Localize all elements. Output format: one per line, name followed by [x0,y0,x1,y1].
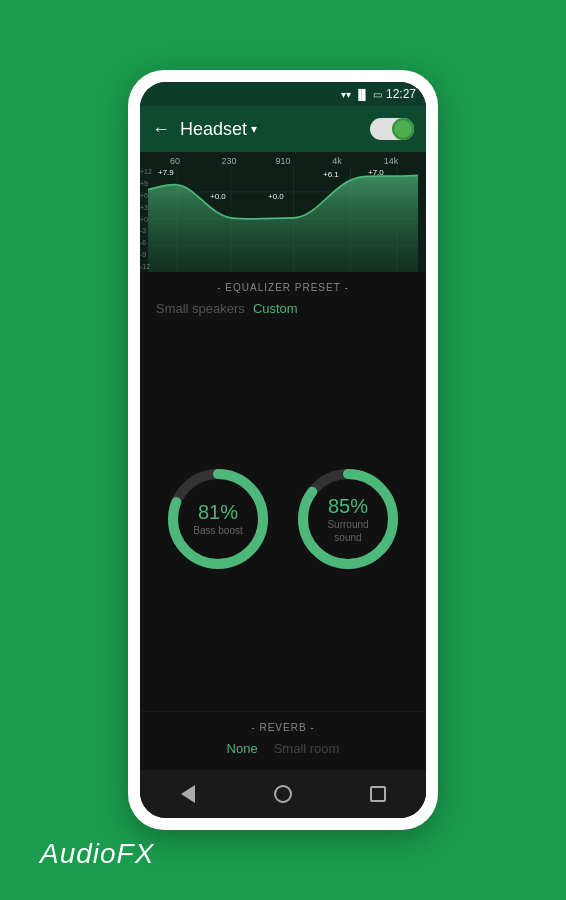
eq-freq-910: 910 [268,156,298,166]
db-label-12: +12 [140,168,152,175]
nav-recents-icon [370,786,386,802]
reverb-none[interactable]: None [227,741,258,756]
bass-boost-dial[interactable]: 81% Bass boost [163,464,273,574]
phone-screen: ▾▾ ▐▌ ▭ 12:27 ← Headset ▾ 60 230 910 4k [140,82,426,818]
eq-graph-area[interactable]: +7.9 +0.0 +0.0 +6.1 +7.0 +12 +9 +6 +3 +0… [140,166,426,272]
bass-boost-label: Bass boost [193,524,242,537]
eq-value-band2: +0.0 [210,192,226,201]
nav-home-icon [274,785,292,803]
toggle-knob [392,118,414,140]
preset-title: - EQUALIZER PRESET - [156,282,410,293]
preset-item-custom[interactable]: Custom [253,301,298,316]
app-label: AudioFX [40,838,154,870]
signal-icon: ▐▌ [355,89,369,100]
title-area: Headset ▾ [180,119,370,140]
equalizer-graph: 60 230 910 4k 14k [140,152,426,272]
eq-value-band1: +7.9 [158,168,174,177]
eq-value-band3: +0.0 [268,192,284,201]
equalizer-preset-area: - EQUALIZER PRESET - Small speakers Cust… [140,272,426,326]
bass-boost-dial-container: 81% Bass boost [163,464,273,574]
db-label-6: +6 [140,192,152,199]
top-bar: ← Headset ▾ [140,106,426,152]
status-time: 12:27 [386,87,416,101]
status-icons: ▾▾ ▐▌ ▭ 12:27 [341,87,416,101]
eq-curve-svg [148,166,418,272]
status-bar: ▾▾ ▐▌ ▭ 12:27 [140,82,426,106]
wifi-icon: ▾▾ [341,89,351,100]
nav-home-button[interactable] [265,776,301,812]
power-toggle[interactable] [370,118,414,140]
db-label-n3: -3 [140,227,152,234]
surround-sound-dial-container: 85% Surroundsound [293,464,403,574]
bass-boost-inner: 81% Bass boost [193,501,242,537]
nav-recents-button[interactable] [360,776,396,812]
battery-icon: ▭ [373,89,382,100]
surround-sound-dial[interactable]: 85% Surroundsound [293,464,403,574]
eq-value-band5: +7.0 [368,168,384,177]
reverb-area: - REVERB - None Small room [140,711,426,770]
back-button[interactable]: ← [152,119,170,140]
nav-back-icon [181,785,195,803]
reverb-small-room[interactable]: Small room [274,741,340,756]
db-label-0: +0 [140,216,152,223]
preset-item-small-speakers[interactable]: Small speakers [156,301,245,316]
dials-area: 81% Bass boost 85% Surroundsound [140,326,426,711]
eq-freq-14k: 14k [376,156,406,166]
app-title: Headset [180,119,247,140]
reverb-title: - REVERB - [156,722,410,733]
surround-inner: 85% Surroundsound [327,494,368,543]
phone-wrapper: ▾▾ ▐▌ ▭ 12:27 ← Headset ▾ 60 230 910 4k [128,70,438,830]
db-label-n6: -6 [140,239,152,246]
eq-freq-4k: 4k [322,156,352,166]
eq-freq-60: 60 [160,156,190,166]
eq-freq-labels: 60 230 910 4k 14k [140,152,426,166]
eq-freq-230: 230 [214,156,244,166]
dropdown-arrow-icon[interactable]: ▾ [251,122,257,136]
nav-bar [140,770,426,818]
db-label-9: +9 [140,180,152,187]
preset-list: Small speakers Custom [156,301,410,316]
reverb-list: None Small room [156,741,410,756]
bass-boost-percent: 81% [193,501,242,524]
db-label-n9: -9 [140,251,152,258]
db-label-3: +3 [140,204,152,211]
surround-percent: 85% [327,494,368,517]
surround-label: Surroundsound [327,517,368,543]
eq-value-band4: +6.1 [323,170,339,179]
nav-back-button[interactable] [170,776,206,812]
db-label-n12: -12 [140,263,152,270]
